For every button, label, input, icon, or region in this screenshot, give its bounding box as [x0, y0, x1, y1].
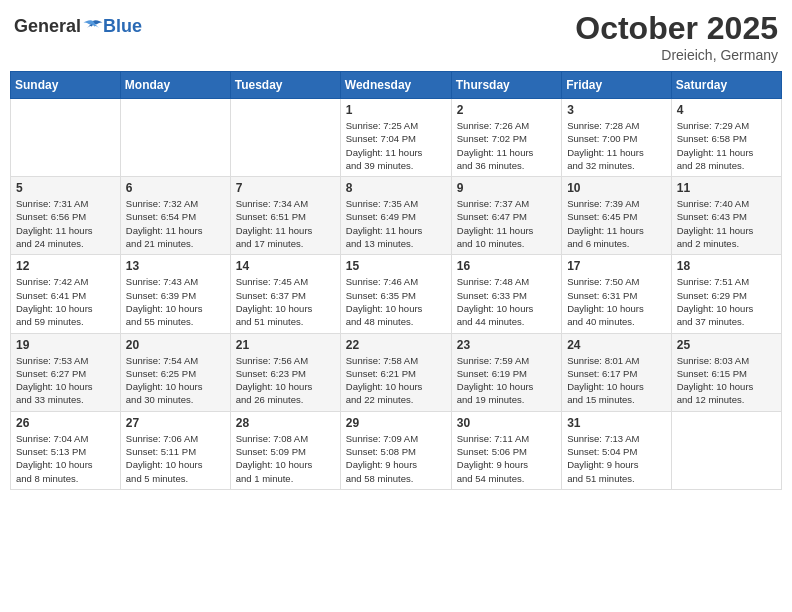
day-number: 6 [126, 181, 225, 195]
weekday-header-row: SundayMondayTuesdayWednesdayThursdayFrid… [11, 72, 782, 99]
day-info: Sunrise: 7:53 AM Sunset: 6:27 PM Dayligh… [16, 354, 115, 407]
day-number: 17 [567, 259, 666, 273]
day-number: 2 [457, 103, 556, 117]
day-number: 28 [236, 416, 335, 430]
day-info: Sunrise: 7:13 AM Sunset: 5:04 PM Dayligh… [567, 432, 666, 485]
calendar-day-cell: 7Sunrise: 7:34 AM Sunset: 6:51 PM Daylig… [230, 177, 340, 255]
day-number: 23 [457, 338, 556, 352]
title-block: October 2025 Dreieich, Germany [575, 10, 778, 63]
day-info: Sunrise: 7:34 AM Sunset: 6:51 PM Dayligh… [236, 197, 335, 250]
calendar-day-cell: 27Sunrise: 7:06 AM Sunset: 5:11 PM Dayli… [120, 411, 230, 489]
calendar-day-cell: 28Sunrise: 7:08 AM Sunset: 5:09 PM Dayli… [230, 411, 340, 489]
weekday-header-tuesday: Tuesday [230, 72, 340, 99]
day-info: Sunrise: 7:08 AM Sunset: 5:09 PM Dayligh… [236, 432, 335, 485]
day-info: Sunrise: 7:28 AM Sunset: 7:00 PM Dayligh… [567, 119, 666, 172]
calendar-day-cell: 8Sunrise: 7:35 AM Sunset: 6:49 PM Daylig… [340, 177, 451, 255]
calendar-week-row: 19Sunrise: 7:53 AM Sunset: 6:27 PM Dayli… [11, 333, 782, 411]
logo-blue-text: Blue [103, 16, 142, 37]
day-info: Sunrise: 7:39 AM Sunset: 6:45 PM Dayligh… [567, 197, 666, 250]
day-number: 4 [677, 103, 776, 117]
calendar-day-cell: 23Sunrise: 7:59 AM Sunset: 6:19 PM Dayli… [451, 333, 561, 411]
weekday-header-friday: Friday [562, 72, 672, 99]
day-number: 30 [457, 416, 556, 430]
calendar-empty-cell [120, 99, 230, 177]
calendar-day-cell: 29Sunrise: 7:09 AM Sunset: 5:08 PM Dayli… [340, 411, 451, 489]
calendar-empty-cell [230, 99, 340, 177]
calendar-day-cell: 15Sunrise: 7:46 AM Sunset: 6:35 PM Dayli… [340, 255, 451, 333]
day-info: Sunrise: 7:59 AM Sunset: 6:19 PM Dayligh… [457, 354, 556, 407]
day-info: Sunrise: 7:54 AM Sunset: 6:25 PM Dayligh… [126, 354, 225, 407]
page-header: General Blue October 2025 Dreieich, Germ… [10, 10, 782, 63]
calendar-day-cell: 6Sunrise: 7:32 AM Sunset: 6:54 PM Daylig… [120, 177, 230, 255]
day-info: Sunrise: 7:31 AM Sunset: 6:56 PM Dayligh… [16, 197, 115, 250]
day-info: Sunrise: 7:09 AM Sunset: 5:08 PM Dayligh… [346, 432, 446, 485]
month-title: October 2025 [575, 10, 778, 47]
day-number: 29 [346, 416, 446, 430]
day-info: Sunrise: 7:58 AM Sunset: 6:21 PM Dayligh… [346, 354, 446, 407]
calendar-week-row: 12Sunrise: 7:42 AM Sunset: 6:41 PM Dayli… [11, 255, 782, 333]
day-info: Sunrise: 7:35 AM Sunset: 6:49 PM Dayligh… [346, 197, 446, 250]
calendar-day-cell: 2Sunrise: 7:26 AM Sunset: 7:02 PM Daylig… [451, 99, 561, 177]
calendar-table: SundayMondayTuesdayWednesdayThursdayFrid… [10, 71, 782, 490]
day-number: 8 [346, 181, 446, 195]
calendar-day-cell: 18Sunrise: 7:51 AM Sunset: 6:29 PM Dayli… [671, 255, 781, 333]
calendar-day-cell: 4Sunrise: 7:29 AM Sunset: 6:58 PM Daylig… [671, 99, 781, 177]
logo: General Blue [14, 16, 142, 37]
weekday-header-thursday: Thursday [451, 72, 561, 99]
calendar-day-cell: 30Sunrise: 7:11 AM Sunset: 5:06 PM Dayli… [451, 411, 561, 489]
day-info: Sunrise: 8:03 AM Sunset: 6:15 PM Dayligh… [677, 354, 776, 407]
calendar-empty-cell [11, 99, 121, 177]
calendar-day-cell: 17Sunrise: 7:50 AM Sunset: 6:31 PM Dayli… [562, 255, 672, 333]
day-number: 5 [16, 181, 115, 195]
day-number: 10 [567, 181, 666, 195]
day-info: Sunrise: 7:06 AM Sunset: 5:11 PM Dayligh… [126, 432, 225, 485]
weekday-header-wednesday: Wednesday [340, 72, 451, 99]
logo-bird-icon [83, 19, 103, 35]
day-info: Sunrise: 7:43 AM Sunset: 6:39 PM Dayligh… [126, 275, 225, 328]
day-number: 24 [567, 338, 666, 352]
day-info: Sunrise: 7:40 AM Sunset: 6:43 PM Dayligh… [677, 197, 776, 250]
calendar-day-cell: 25Sunrise: 8:03 AM Sunset: 6:15 PM Dayli… [671, 333, 781, 411]
calendar-day-cell: 14Sunrise: 7:45 AM Sunset: 6:37 PM Dayli… [230, 255, 340, 333]
day-info: Sunrise: 7:29 AM Sunset: 6:58 PM Dayligh… [677, 119, 776, 172]
calendar-day-cell: 5Sunrise: 7:31 AM Sunset: 6:56 PM Daylig… [11, 177, 121, 255]
calendar-day-cell: 26Sunrise: 7:04 AM Sunset: 5:13 PM Dayli… [11, 411, 121, 489]
day-number: 18 [677, 259, 776, 273]
day-info: Sunrise: 7:11 AM Sunset: 5:06 PM Dayligh… [457, 432, 556, 485]
day-number: 12 [16, 259, 115, 273]
day-number: 13 [126, 259, 225, 273]
day-number: 16 [457, 259, 556, 273]
weekday-header-saturday: Saturday [671, 72, 781, 99]
day-number: 26 [16, 416, 115, 430]
day-number: 14 [236, 259, 335, 273]
calendar-day-cell: 11Sunrise: 7:40 AM Sunset: 6:43 PM Dayli… [671, 177, 781, 255]
weekday-header-sunday: Sunday [11, 72, 121, 99]
calendar-day-cell: 31Sunrise: 7:13 AM Sunset: 5:04 PM Dayli… [562, 411, 672, 489]
calendar-day-cell: 13Sunrise: 7:43 AM Sunset: 6:39 PM Dayli… [120, 255, 230, 333]
logo-general-text: General [14, 16, 81, 37]
day-number: 19 [16, 338, 115, 352]
calendar-day-cell: 10Sunrise: 7:39 AM Sunset: 6:45 PM Dayli… [562, 177, 672, 255]
day-number: 31 [567, 416, 666, 430]
calendar-day-cell: 16Sunrise: 7:48 AM Sunset: 6:33 PM Dayli… [451, 255, 561, 333]
day-info: Sunrise: 8:01 AM Sunset: 6:17 PM Dayligh… [567, 354, 666, 407]
calendar-week-row: 1Sunrise: 7:25 AM Sunset: 7:04 PM Daylig… [11, 99, 782, 177]
day-number: 7 [236, 181, 335, 195]
day-info: Sunrise: 7:51 AM Sunset: 6:29 PM Dayligh… [677, 275, 776, 328]
calendar-day-cell: 21Sunrise: 7:56 AM Sunset: 6:23 PM Dayli… [230, 333, 340, 411]
calendar-day-cell: 20Sunrise: 7:54 AM Sunset: 6:25 PM Dayli… [120, 333, 230, 411]
day-number: 25 [677, 338, 776, 352]
day-number: 22 [346, 338, 446, 352]
day-info: Sunrise: 7:46 AM Sunset: 6:35 PM Dayligh… [346, 275, 446, 328]
day-number: 27 [126, 416, 225, 430]
calendar-day-cell: 19Sunrise: 7:53 AM Sunset: 6:27 PM Dayli… [11, 333, 121, 411]
day-info: Sunrise: 7:50 AM Sunset: 6:31 PM Dayligh… [567, 275, 666, 328]
day-number: 21 [236, 338, 335, 352]
location-text: Dreieich, Germany [575, 47, 778, 63]
day-info: Sunrise: 7:04 AM Sunset: 5:13 PM Dayligh… [16, 432, 115, 485]
day-number: 9 [457, 181, 556, 195]
day-info: Sunrise: 7:45 AM Sunset: 6:37 PM Dayligh… [236, 275, 335, 328]
day-info: Sunrise: 7:26 AM Sunset: 7:02 PM Dayligh… [457, 119, 556, 172]
day-info: Sunrise: 7:56 AM Sunset: 6:23 PM Dayligh… [236, 354, 335, 407]
day-number: 3 [567, 103, 666, 117]
